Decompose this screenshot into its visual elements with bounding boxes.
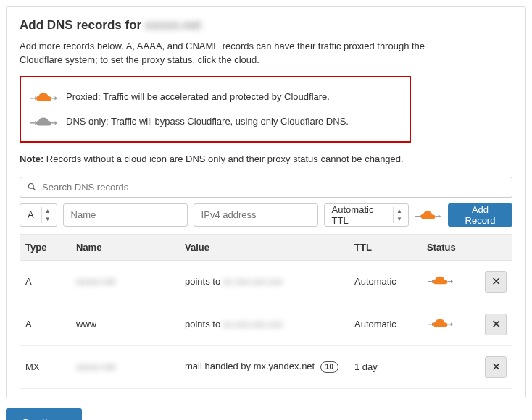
delete-button[interactable]: ✕ [485, 356, 507, 378]
cell-value-prefix: points to [185, 319, 223, 329]
note-label: Note: [20, 154, 43, 164]
ttl-select[interactable]: Automatic TTL ▲▼ [324, 203, 409, 227]
cell-ttl: Automatic [349, 303, 421, 345]
proxy-toggle-icon[interactable] [415, 208, 442, 222]
col-header-ttl: TTL [349, 234, 421, 260]
cell-status [421, 303, 479, 345]
records-table: Type Name Value TTL Status Axxxxx.netpoi… [20, 234, 512, 389]
dns-panel: Add DNS records for xxxxx.net Add more r… [6, 6, 526, 398]
cell-type: A [20, 260, 70, 303]
legend-proxied: Proxied: Traffic will be accelerated and… [30, 85, 401, 109]
table-row[interactable]: MXxxxxx.netmail handled by mx.yandex.net… [20, 345, 512, 388]
table-row[interactable]: Awwwpoints to xx.xxx.xxx.xxxAutomatic✕ [20, 303, 512, 345]
col-header-type: Type [20, 234, 70, 260]
priority-badge: 10 [320, 361, 338, 373]
intro-text: Add more records below. A, AAAA, and CNA… [20, 40, 425, 67]
search-icon [28, 182, 36, 191]
add-record-row: A ▲▼ Automatic TTL ▲▼ Add Record [20, 203, 512, 227]
cell-ttl: 1 day [349, 345, 421, 388]
delete-button[interactable]: ✕ [485, 271, 507, 293]
cloud-proxied-icon[interactable] [427, 316, 454, 330]
col-header-value: Value [179, 234, 349, 260]
record-name-input-wrap [63, 203, 188, 227]
cell-status [421, 345, 479, 388]
record-name-input[interactable] [64, 204, 200, 226]
continue-button[interactable]: Continue [6, 408, 82, 420]
cell-value: xx.xxx.xxx.xxx [223, 319, 283, 329]
ttl-value: Automatic TTL [332, 204, 390, 226]
cloud-proxied-icon[interactable] [427, 273, 454, 287]
cell-value: xx.xxx.xxx.xxx [223, 276, 283, 287]
cell-status [421, 260, 479, 303]
cell-value-prefix: mail handled by [185, 361, 254, 371]
cell-name: xxxxx.net [76, 276, 115, 287]
title-domain: xxxxx.net [145, 18, 201, 32]
cell-value: mx.yandex.net [254, 361, 315, 371]
cell-name: xxxxx.net [76, 361, 115, 372]
table-row[interactable]: Axxxxx.netpoints to xx.xxx.xxx.xxxAutoma… [20, 260, 512, 303]
delete-button[interactable]: ✕ [485, 314, 507, 335]
cell-type: A [20, 303, 70, 345]
add-record-button[interactable]: Add Record [448, 203, 512, 227]
note-text: Records without a cloud icon are DNS onl… [43, 154, 403, 164]
title-prefix: Add DNS records for [20, 18, 145, 32]
note: Note: Records without a cloud icon are D… [20, 153, 425, 167]
search-input[interactable] [42, 182, 504, 193]
proxy-legend: Proxied: Traffic will be accelerated and… [20, 76, 411, 143]
record-address-input[interactable] [194, 204, 331, 226]
record-type-value: A [28, 209, 38, 220]
cell-ttl: Automatic [349, 260, 421, 303]
col-header-name: Name [70, 234, 179, 260]
legend-proxied-text: Proxied: Traffic will be accelerated and… [66, 91, 330, 102]
search-input-wrap[interactable] [20, 177, 512, 198]
svg-point-4 [29, 184, 34, 189]
record-type-select[interactable]: A ▲▼ [20, 203, 57, 227]
legend-dnsonly: DNS only: Traffic will bypass Cloudflare… [30, 109, 401, 134]
cell-value-prefix: points to [185, 276, 223, 287]
record-address-input-wrap [194, 203, 318, 227]
cell-name: www [76, 319, 96, 329]
page-title: Add DNS records for xxxxx.net [20, 18, 512, 33]
stepper-icon: ▲▼ [41, 207, 54, 223]
svg-line-5 [33, 188, 36, 190]
cloud-grey-icon [30, 114, 59, 130]
stepper-icon: ▲▼ [393, 207, 405, 223]
cell-type: MX [20, 345, 70, 388]
legend-dnsonly-text: DNS only: Traffic will bypass Cloudflare… [66, 116, 349, 127]
cloud-proxied-icon [30, 89, 59, 105]
col-header-status: Status [421, 234, 479, 260]
